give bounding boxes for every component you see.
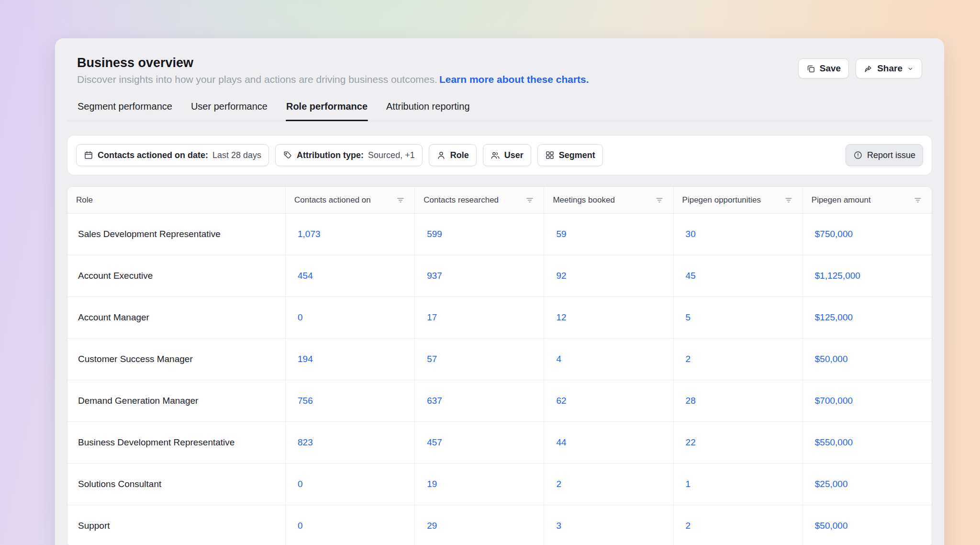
metric-cell: 3	[544, 505, 673, 545]
tab-role-performance[interactable]: Role performance	[286, 101, 368, 121]
metric-cell: 29	[414, 505, 544, 545]
metric-link[interactable]: 57	[427, 354, 437, 364]
tab-segment-performance[interactable]: Segment performance	[77, 101, 173, 121]
tab-attribution-reporting[interactable]: Attribution reporting	[386, 101, 470, 121]
metric-link[interactable]: 19	[427, 479, 437, 489]
column-header-role[interactable]: Role	[67, 187, 285, 214]
metric-link[interactable]: 44	[556, 437, 566, 448]
metric-link[interactable]: $1,125,000	[815, 271, 860, 281]
save-button[interactable]: Save	[798, 58, 849, 79]
column-header-label: Contacts researched	[423, 195, 499, 205]
role-cell: Sales Development Representative	[67, 214, 285, 255]
metric-link[interactable]: 756	[298, 396, 313, 406]
role-cell: Customer Success Manager	[67, 339, 285, 380]
metric-link[interactable]: 30	[686, 229, 696, 239]
alert-circle-icon	[853, 150, 863, 160]
share-button[interactable]: Share	[856, 58, 922, 79]
metric-link[interactable]: 28	[686, 396, 696, 406]
metric-link[interactable]: 12	[556, 312, 566, 323]
metric-link[interactable]: $50,000	[815, 521, 848, 531]
filter-chip-user[interactable]: User	[483, 144, 531, 166]
column-header-pipegen-amount[interactable]: Pipegen amount	[802, 187, 932, 214]
business-overview-card: Business overview Discover insights into…	[55, 38, 944, 545]
metric-link[interactable]: 454	[298, 271, 313, 281]
filter-chip-value: Last 28 days	[212, 150, 261, 160]
metric-cell: 62	[544, 380, 673, 422]
metric-link[interactable]: $50,000	[815, 354, 848, 364]
learn-more-link[interactable]: Learn more about these charts.	[439, 74, 589, 85]
metric-link[interactable]: $700,000	[815, 396, 853, 406]
metric-link[interactable]: 4	[556, 354, 561, 364]
filter-chip-value: Sourced, +1	[368, 150, 415, 160]
filter-bar: Contacts actioned on date:Last 28 daysAt…	[67, 135, 932, 175]
metric-link[interactable]: 92	[556, 271, 566, 281]
metric-link[interactable]: 59	[556, 229, 566, 239]
metric-link[interactable]: 45	[686, 271, 696, 281]
header-text: Business overview Discover insights into…	[77, 56, 589, 85]
metric-link[interactable]: 1,073	[298, 229, 321, 239]
column-header-label: Meetings booked	[553, 195, 614, 205]
metric-link[interactable]: 22	[686, 437, 696, 448]
filter-chip-label: Segment	[559, 150, 595, 160]
metric-link[interactable]: $750,000	[815, 229, 853, 239]
metric-link[interactable]: 0	[298, 521, 303, 531]
metric-link[interactable]: 3	[556, 521, 561, 531]
filter-chip-attribution-type[interactable]: Attribution type:Sourced, +1	[275, 144, 423, 166]
metric-link[interactable]: $25,000	[815, 479, 848, 489]
metric-link[interactable]: 0	[298, 312, 303, 323]
column-header-label: Contacts actioned on	[294, 195, 371, 205]
metric-link[interactable]: 2	[686, 354, 691, 364]
metric-cell: 92	[544, 255, 673, 297]
metric-cell: $50,000	[802, 339, 932, 380]
page-subtitle: Discover insights into how your plays an…	[77, 74, 589, 85]
metric-link[interactable]: 17	[427, 312, 437, 323]
metric-link[interactable]: $125,000	[815, 312, 853, 323]
metric-cell: 937	[414, 255, 544, 297]
metric-link[interactable]: $550,000	[815, 437, 853, 448]
column-header-contacts-researched[interactable]: Contacts researched	[414, 187, 544, 214]
metric-cell: 5	[673, 297, 802, 339]
role-cell: Demand Generation Manager	[67, 380, 285, 422]
column-header-pipegen-opportunities[interactable]: Pipegen opportunities	[673, 187, 802, 214]
metric-link[interactable]: 29	[427, 521, 437, 531]
metric-link[interactable]: 1	[686, 479, 691, 489]
metric-link[interactable]: 5	[686, 312, 691, 323]
tab-user-performance[interactable]: User performance	[190, 101, 268, 121]
metric-cell: 637	[414, 380, 544, 422]
metric-link[interactable]: 194	[298, 354, 313, 364]
metric-cell: 823	[285, 422, 414, 464]
metric-link[interactable]: 637	[427, 396, 442, 406]
metric-link[interactable]: 0	[298, 479, 303, 489]
filter-icon[interactable]	[396, 196, 405, 204]
metric-link[interactable]: 823	[298, 437, 313, 448]
metric-cell: 0	[285, 464, 414, 505]
save-icon	[806, 64, 815, 73]
filter-chip-contacts-actioned-on-date[interactable]: Contacts actioned on date:Last 28 days	[76, 144, 269, 166]
column-header-contacts-actioned-on[interactable]: Contacts actioned on	[285, 187, 414, 214]
metric-cell: 57	[414, 339, 544, 380]
users-icon	[490, 150, 500, 160]
metric-cell: 45	[673, 255, 802, 297]
metric-link[interactable]: 62	[556, 396, 566, 406]
metric-link[interactable]: 2	[686, 521, 691, 531]
chevron-down-icon	[907, 65, 914, 72]
filter-chip-role[interactable]: Role	[429, 144, 477, 166]
subtitle-text: Discover insights into how your plays an…	[77, 74, 437, 85]
metric-link[interactable]: 937	[427, 271, 442, 281]
metric-link[interactable]: 599	[427, 229, 442, 239]
share-icon	[864, 64, 873, 73]
save-button-label: Save	[820, 63, 841, 74]
metric-cell: 4	[544, 339, 673, 380]
share-button-label: Share	[877, 63, 902, 74]
metric-cell: 2	[544, 464, 673, 505]
metric-link[interactable]: 457	[427, 437, 442, 448]
filter-chip-segment[interactable]: Segment	[537, 144, 603, 166]
filter-icon[interactable]	[525, 196, 534, 204]
filter-icon[interactable]	[655, 196, 664, 204]
filter-icon[interactable]	[913, 196, 922, 204]
metric-cell: 0	[285, 505, 414, 545]
column-header-meetings-booked[interactable]: Meetings booked	[544, 187, 673, 214]
report-issue-button[interactable]: Report issue	[846, 144, 923, 166]
filter-icon[interactable]	[784, 196, 793, 204]
metric-link[interactable]: 2	[556, 479, 561, 489]
